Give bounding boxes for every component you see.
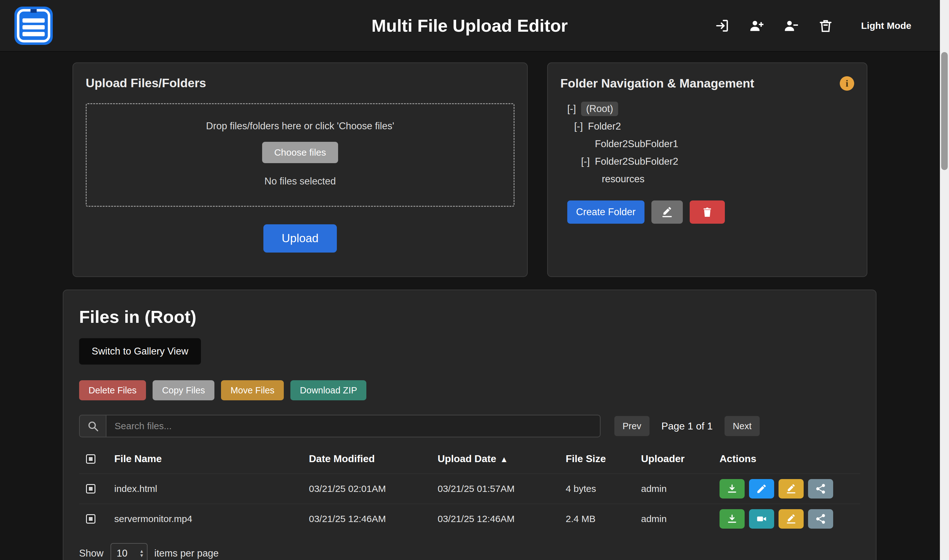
tree-label-root[interactable]: (Root) bbox=[581, 102, 618, 116]
gallery-view-toggle-button[interactable]: Switch to Gallery View bbox=[79, 338, 201, 365]
items-per-page-label: items per page bbox=[154, 548, 219, 559]
rename-folder-button[interactable] bbox=[652, 200, 683, 224]
download-file-button[interactable] bbox=[719, 509, 745, 529]
tree-label-resources[interactable]: resources bbox=[602, 174, 644, 185]
file-name-cell: index.html bbox=[114, 483, 309, 494]
sort-asc-icon: ▲ bbox=[500, 455, 508, 464]
delete-files-button[interactable]: Delete Files bbox=[79, 380, 146, 400]
share-icon bbox=[815, 513, 826, 525]
tree-node-resources: resources bbox=[567, 170, 854, 188]
upload-button[interactable]: Upload bbox=[263, 224, 337, 252]
create-folder-button[interactable]: Create Folder bbox=[567, 200, 644, 224]
app-header: Multi File Upload Editor Light Mode bbox=[0, 0, 949, 51]
upload-date-cell: 03/21/25 12:46AM bbox=[438, 514, 566, 524]
add-user-icon[interactable] bbox=[748, 17, 765, 34]
files-panel-title: Files in (Root) bbox=[79, 306, 876, 327]
file-size-cell: 4 bytes bbox=[566, 483, 641, 494]
column-header-upload-date-label: Upload Date bbox=[438, 453, 496, 464]
upload-date-cell: 03/21/25 01:57AM bbox=[438, 483, 566, 494]
tree-node-root: [-] (Root) bbox=[567, 100, 854, 118]
tree-label-folder2subfolder2[interactable]: Folder2SubFolder2 bbox=[595, 156, 678, 167]
scrollbar-thumb[interactable] bbox=[941, 52, 948, 170]
rename-file-button[interactable] bbox=[778, 479, 804, 498]
light-mode-toggle[interactable]: Light Mode bbox=[861, 20, 911, 31]
delete-folder-button[interactable] bbox=[690, 200, 725, 224]
trash-icon bbox=[701, 206, 713, 218]
items-per-page-select[interactable]: 10 ▴▾ bbox=[111, 543, 148, 560]
no-files-text: No files selected bbox=[87, 176, 514, 187]
rename-icon bbox=[786, 513, 797, 525]
tree-node-folder2subfolder1: Folder2SubFolder1 bbox=[567, 135, 854, 153]
column-header-actions: Actions bbox=[719, 453, 860, 465]
folder-tree: [-] (Root) [-] Folder2 Folder2SubFolder1… bbox=[560, 100, 854, 188]
tree-label-folder2subfolder1[interactable]: Folder2SubFolder1 bbox=[595, 138, 678, 150]
logout-icon[interactable] bbox=[713, 17, 730, 34]
date-modified-cell: 03/21/25 12:46AM bbox=[309, 514, 438, 524]
upload-panel: Upload Files/Folders Drop files/folders … bbox=[72, 62, 528, 277]
copy-files-button[interactable]: Copy Files bbox=[153, 380, 214, 400]
file-size-cell: 2.4 MB bbox=[566, 514, 641, 524]
table-header-row: File Name Date Modified Upload Date▲ Fil… bbox=[79, 437, 860, 474]
uploader-cell: admin bbox=[641, 483, 719, 494]
folder-panel: Folder Navigation & Management i [-] (Ro… bbox=[547, 62, 867, 277]
share-file-button[interactable] bbox=[808, 509, 833, 529]
next-page-button[interactable]: Next bbox=[724, 416, 760, 436]
date-modified-cell: 03/21/25 02:01AM bbox=[309, 483, 438, 494]
app-logo-icon bbox=[14, 6, 53, 46]
tree-toggle-icon[interactable]: [-] bbox=[581, 156, 595, 167]
download-icon bbox=[726, 483, 738, 494]
files-table: File Name Date Modified Upload Date▲ Fil… bbox=[79, 437, 860, 534]
file-name-cell: servermonitor.mp4 bbox=[114, 514, 309, 524]
select-stepper-icon: ▴▾ bbox=[140, 549, 143, 557]
rename-file-button[interactable] bbox=[778, 509, 804, 529]
items-per-page-value: 10 bbox=[117, 548, 128, 559]
select-all-checkbox[interactable] bbox=[86, 454, 96, 464]
remove-user-icon[interactable] bbox=[783, 17, 800, 34]
rename-icon bbox=[786, 483, 797, 494]
video-camera-icon bbox=[756, 513, 767, 525]
prev-page-button[interactable]: Prev bbox=[614, 416, 650, 436]
edit-file-button[interactable] bbox=[749, 479, 774, 498]
column-header-uploader[interactable]: Uploader bbox=[641, 453, 719, 465]
delete-account-icon[interactable] bbox=[817, 17, 834, 34]
play-video-button[interactable] bbox=[749, 509, 774, 529]
tree-toggle-icon[interactable]: [-] bbox=[567, 103, 581, 114]
page-title: Multi File Upload Editor bbox=[371, 15, 568, 36]
share-file-button[interactable] bbox=[808, 479, 833, 498]
column-header-file-size[interactable]: File Size bbox=[566, 453, 641, 465]
row-checkbox[interactable] bbox=[86, 484, 96, 494]
share-icon bbox=[815, 483, 826, 494]
tree-node-folder2subfolder2: [-] Folder2SubFolder2 bbox=[567, 153, 854, 170]
page-scrollbar[interactable] bbox=[940, 0, 949, 560]
column-header-file-name[interactable]: File Name bbox=[114, 453, 309, 465]
page-indicator: Page 1 of 1 bbox=[661, 420, 713, 432]
table-row: index.html 03/21/25 02:01AM 03/21/25 01:… bbox=[79, 474, 860, 503]
column-header-upload-date[interactable]: Upload Date▲ bbox=[438, 453, 566, 465]
tree-toggle-icon[interactable]: [-] bbox=[574, 121, 588, 132]
column-header-date-modified[interactable]: Date Modified bbox=[309, 453, 438, 465]
show-label: Show bbox=[79, 548, 103, 559]
dropzone-text: Drop files/folders here or click 'Choose… bbox=[87, 120, 514, 132]
search-icon bbox=[79, 415, 106, 437]
info-icon[interactable]: i bbox=[840, 76, 854, 91]
edit-pencil-icon bbox=[756, 483, 767, 494]
tree-node-folder2: [-] Folder2 bbox=[567, 118, 854, 135]
download-zip-button[interactable]: Download ZIP bbox=[290, 380, 367, 400]
files-panel: Files in (Root) Switch to Gallery View D… bbox=[63, 289, 877, 560]
rename-icon bbox=[661, 206, 673, 218]
download-icon bbox=[726, 513, 738, 525]
file-dropzone[interactable]: Drop files/folders here or click 'Choose… bbox=[86, 103, 515, 207]
download-file-button[interactable] bbox=[719, 479, 745, 498]
folder-panel-title: Folder Navigation & Management bbox=[560, 77, 754, 90]
choose-files-button[interactable]: Choose files bbox=[262, 142, 338, 163]
tree-label-folder2[interactable]: Folder2 bbox=[588, 121, 621, 132]
row-checkbox[interactable] bbox=[86, 514, 96, 524]
upload-panel-title: Upload Files/Folders bbox=[86, 76, 515, 90]
uploader-cell: admin bbox=[641, 514, 719, 524]
search-input[interactable] bbox=[106, 415, 601, 437]
move-files-button[interactable]: Move Files bbox=[221, 380, 284, 400]
table-row: servermonitor.mp4 03/21/25 12:46AM 03/21… bbox=[79, 503, 860, 534]
